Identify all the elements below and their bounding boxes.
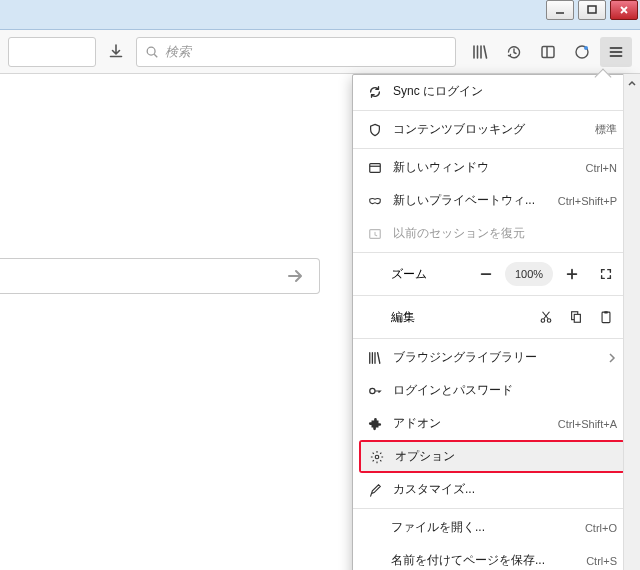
svg-point-2	[147, 47, 155, 55]
svg-rect-16	[602, 312, 610, 323]
menu-new-window-shortcut: Ctrl+N	[586, 162, 617, 174]
account-icon[interactable]	[566, 37, 598, 67]
cut-button[interactable]	[531, 304, 561, 330]
menu-options-label: オプション	[395, 448, 615, 465]
sidebar-icon[interactable]	[532, 37, 564, 67]
menu-logins-label: ログインとパスワード	[393, 382, 617, 399]
svg-point-12	[541, 319, 545, 323]
menu-separator	[353, 295, 631, 296]
browser-toolbar	[0, 30, 640, 74]
menu-logins[interactable]: ログインとパスワード	[353, 374, 631, 407]
svg-line-3	[154, 54, 157, 57]
search-box[interactable]	[136, 37, 456, 67]
svg-rect-8	[370, 163, 381, 172]
minimize-button[interactable]	[546, 0, 574, 20]
menu-customize[interactable]: カスタマイズ...	[353, 473, 631, 506]
arrow-right-icon	[285, 266, 305, 286]
search-icon	[145, 45, 159, 59]
menu-library-label: ブラウジングライブラリー	[393, 349, 597, 366]
zoom-out-button[interactable]	[471, 261, 501, 287]
menu-save-as-shortcut: Ctrl+S	[586, 555, 617, 567]
edit-label: 編集	[367, 309, 531, 326]
menu-options[interactable]: オプション	[361, 442, 623, 471]
svg-rect-15	[574, 314, 580, 322]
menu-content-blocking[interactable]: コンテンツブロッキング 標準	[353, 113, 631, 146]
library-books-icon	[367, 350, 383, 366]
svg-rect-17	[604, 311, 608, 313]
download-icon[interactable]	[104, 40, 128, 64]
shield-icon	[367, 122, 383, 138]
svg-point-18	[370, 388, 375, 393]
menu-library[interactable]: ブラウジングライブラリー	[353, 341, 631, 374]
svg-rect-4	[542, 46, 554, 57]
menu-separator	[353, 110, 631, 111]
svg-point-7	[584, 46, 588, 50]
menu-content-blocking-label: コンテンツブロッキング	[393, 121, 585, 138]
menu-customize-label: カスタマイズ...	[393, 481, 617, 498]
menu-scrollbar[interactable]	[623, 74, 640, 570]
menu-open-file-label: ファイルを開く...	[391, 519, 575, 536]
menu-restore-session: 以前のセッションを復元	[353, 217, 631, 250]
url-bar[interactable]	[8, 37, 96, 67]
menu-addons-shortcut: Ctrl+Shift+A	[558, 418, 617, 430]
menu-new-window-label: 新しいウィンドウ	[393, 159, 576, 176]
restore-icon	[367, 226, 383, 242]
close-button[interactable]	[610, 0, 638, 20]
menu-restore-session-label: 以前のセッションを復元	[393, 225, 617, 242]
zoom-level[interactable]: 100%	[505, 262, 553, 286]
history-icon[interactable]	[498, 37, 530, 67]
menu-save-as[interactable]: 名前を付けてページを保存... Ctrl+S	[353, 544, 631, 570]
copy-button[interactable]	[561, 304, 591, 330]
content-area: Sync にログイン コンテンツブロッキング 標準 新しいウィンドウ Ctrl+…	[0, 74, 640, 570]
window-icon	[367, 160, 383, 176]
puzzle-icon	[367, 416, 383, 432]
zoom-label: ズーム	[367, 266, 467, 283]
menu-save-as-label: 名前を付けてページを保存...	[391, 552, 576, 569]
menu-new-private-label: 新しいプライベートウィ...	[393, 192, 548, 209]
paste-button[interactable]	[591, 304, 621, 330]
chevron-right-icon	[607, 353, 617, 363]
svg-point-13	[547, 319, 551, 323]
menu-open-file-shortcut: Ctrl+O	[585, 522, 617, 534]
menu-separator	[353, 338, 631, 339]
forward-field[interactable]	[0, 258, 320, 294]
menu-sync-label: Sync にログイン	[393, 83, 617, 100]
menu-new-private-shortcut: Ctrl+Shift+P	[558, 195, 617, 207]
key-icon	[367, 383, 383, 399]
menu-open-file[interactable]: ファイルを開く... Ctrl+O	[353, 511, 631, 544]
menu-edit-row: 編集	[353, 298, 631, 336]
menu-sync[interactable]: Sync にログイン	[353, 75, 631, 108]
menu-addons[interactable]: アドオン Ctrl+Shift+A	[353, 407, 631, 440]
search-input[interactable]	[165, 44, 447, 59]
menu-separator	[353, 148, 631, 149]
scroll-up-icon[interactable]	[624, 74, 640, 91]
gear-icon	[369, 449, 385, 465]
window-titlebar	[0, 0, 640, 30]
menu-separator	[353, 252, 631, 253]
options-highlight: オプション	[359, 440, 625, 473]
hamburger-menu-button[interactable]	[600, 37, 632, 67]
menu-content-blocking-level: 標準	[595, 122, 617, 137]
fullscreen-button[interactable]	[591, 261, 621, 287]
menu-addons-label: アドオン	[393, 415, 548, 432]
svg-rect-1	[588, 6, 596, 13]
menu-zoom-row: ズーム 100%	[353, 255, 631, 293]
menu-separator	[353, 508, 631, 509]
sync-icon	[367, 84, 383, 100]
app-menu: Sync にログイン コンテンツブロッキング 標準 新しいウィンドウ Ctrl+…	[352, 74, 632, 570]
menu-new-window[interactable]: 新しいウィンドウ Ctrl+N	[353, 151, 631, 184]
maximize-button[interactable]	[578, 0, 606, 20]
mask-icon	[367, 193, 383, 209]
library-icon[interactable]	[464, 37, 496, 67]
menu-new-private-window[interactable]: 新しいプライベートウィ... Ctrl+Shift+P	[353, 184, 631, 217]
paintbrush-icon	[367, 482, 383, 498]
svg-point-19	[375, 455, 379, 459]
zoom-in-button[interactable]	[557, 261, 587, 287]
